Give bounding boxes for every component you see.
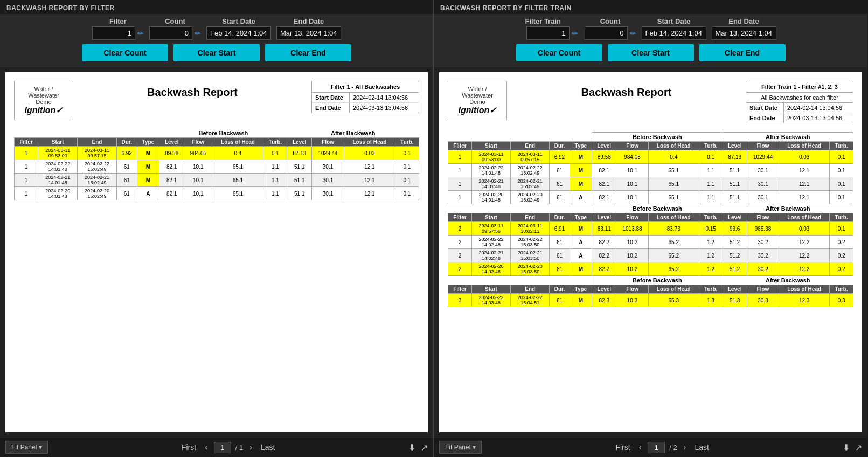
- left-first-button[interactable]: First: [179, 442, 198, 453]
- left-th-b-turb: Turb.: [263, 138, 287, 147]
- left-prev-button[interactable]: ‹: [203, 442, 210, 453]
- cell-a-flow: 30.1: [747, 177, 779, 191]
- cell-type: M: [570, 164, 592, 177]
- cell-b-loh: 0.4: [648, 150, 699, 164]
- left-filter-edit-icon[interactable]: ✏: [137, 29, 144, 38]
- cell-b-flow: 10.3: [616, 294, 648, 307]
- left-info-title: Filter 1 - All Backwashes: [312, 81, 419, 93]
- cell-a-turb: 0.2: [830, 236, 853, 249]
- left-clear-count-button[interactable]: Clear Count: [82, 44, 168, 61]
- left-last-button[interactable]: Last: [259, 442, 277, 453]
- cell-filter: 2: [448, 236, 472, 249]
- cell-a-flow: 985.38: [747, 222, 779, 236]
- right-external-icon[interactable]: ↗: [855, 442, 862, 453]
- right-first-button[interactable]: First: [613, 442, 632, 453]
- left-clear-end-button[interactable]: Clear End: [265, 44, 351, 61]
- left-page-input[interactable]: [214, 442, 231, 453]
- cell-b-flow: 984.05: [184, 147, 212, 160]
- cell-a-turb: 0.2: [830, 262, 853, 276]
- right-end-group: End Date: [712, 17, 776, 40]
- right-clear-start-button[interactable]: Clear Start: [608, 44, 694, 61]
- left-info-end-val: 2024-03-13 13:04:56: [350, 103, 411, 113]
- cell-b-flow: 10.2: [616, 236, 648, 249]
- cell-a-level: 51.1: [723, 191, 747, 204]
- right-panel: BACKWASH REPORT BY FILTER TRAIN Filter T…: [434, 0, 867, 457]
- cell-a-loh: 12.2: [779, 249, 830, 262]
- group-separator: Before Backwash After Backwash: [448, 276, 853, 285]
- left-logo-line1: Water / Wastewater: [20, 86, 67, 99]
- left-th-empty: [15, 129, 159, 138]
- right-end-label: End Date: [728, 17, 759, 25]
- th-b-level: Level: [592, 285, 616, 294]
- left-clear-start-button[interactable]: Clear Start: [173, 44, 260, 61]
- left-data-table: Before Backwash After Backwash Filter St…: [14, 129, 419, 200]
- left-count-group: Count ✏: [149, 17, 201, 40]
- cell-dur: 6.92: [550, 150, 570, 164]
- right-prev-button[interactable]: ‹: [637, 442, 644, 453]
- left-count-input[interactable]: [149, 26, 192, 40]
- cell-b-turb: 1.1: [699, 164, 723, 177]
- cell-b-turb: 1.1: [699, 191, 723, 204]
- right-fit-panel-button[interactable]: Fit Panel ▾: [439, 441, 482, 454]
- right-th-dur: Dur.: [550, 142, 570, 150]
- right-filter-edit-icon[interactable]: ✏: [572, 29, 578, 38]
- cell-b-flow: 10.1: [184, 174, 212, 187]
- right-download-icon[interactable]: ⬇: [843, 442, 850, 453]
- left-fit-panel-button[interactable]: Fit Panel ▾: [5, 441, 48, 454]
- cell-a-loh: 12.2: [779, 236, 830, 249]
- right-start-input-row: [642, 26, 706, 40]
- cell-type: M: [570, 177, 592, 191]
- left-download-icon[interactable]: ⬇: [408, 442, 415, 453]
- cell-a-turb: 0.3: [830, 294, 853, 307]
- left-th-b-level: Level: [159, 138, 184, 147]
- left-after-header: After Backwash: [287, 129, 419, 138]
- right-report-info: Filter Train 1 - Filter #1, 2, 3 All Bac…: [746, 81, 853, 123]
- right-end-input[interactable]: [712, 26, 776, 40]
- cell-a-level: 51.1: [287, 187, 312, 200]
- right-last-button[interactable]: Last: [692, 442, 711, 453]
- cell-b-level: 82.1: [159, 174, 184, 187]
- right-info-start-val: 2024-02-14 13:04:56: [784, 103, 845, 113]
- cell-end: 2024-03-11 10:02:11: [511, 222, 550, 236]
- right-filter-input[interactable]: [526, 26, 570, 40]
- right-count-edit-icon[interactable]: ✏: [630, 29, 636, 38]
- right-page-nav: First ‹ / 2 › Last: [613, 442, 711, 453]
- left-end-input[interactable]: [276, 26, 341, 40]
- left-next-button[interactable]: ›: [247, 442, 254, 453]
- cell-type: M: [570, 262, 592, 276]
- left-filter-label: Filter: [109, 17, 127, 25]
- cell-start: 2024-02-20 14:01:48: [38, 187, 78, 200]
- right-info-title: Filter Train 1 - Filter #1, 2, 3: [746, 81, 853, 93]
- th-a-loh: Loss of Head: [779, 213, 830, 222]
- right-count-input[interactable]: [585, 26, 628, 40]
- table-row: 1 2024-03-11 09:53:00 2024-03-11 09:57:1…: [448, 150, 853, 164]
- left-filter-input[interactable]: [92, 26, 135, 40]
- cell-type: A: [570, 249, 592, 262]
- table-row: 2 2024-02-20 14:02:48 2024-02-20 15:03:5…: [448, 262, 853, 276]
- left-external-icon[interactable]: ↗: [421, 442, 428, 453]
- cell-filter: 1: [15, 147, 38, 160]
- right-next-button[interactable]: ›: [682, 442, 689, 453]
- th-dur: Dur.: [550, 213, 570, 222]
- cell-b-flow: 10.1: [184, 160, 212, 174]
- cell-a-turb: 0.1: [830, 177, 853, 191]
- right-clear-end-button[interactable]: Clear End: [699, 44, 786, 61]
- left-count-edit-icon[interactable]: ✏: [195, 29, 201, 38]
- cell-start: 2024-03-11 09:53:00: [471, 150, 510, 164]
- cell-dur: 61: [550, 191, 570, 204]
- right-page-input[interactable]: [648, 442, 665, 453]
- right-filter-input-row: ✏: [526, 26, 578, 40]
- right-footer-icons: ⬇ ↗: [843, 442, 862, 453]
- left-th-a-flow: Flow: [312, 138, 344, 147]
- right-th-end: End: [511, 142, 550, 150]
- left-th-a-level: Level: [287, 138, 312, 147]
- cell-end: 2024-03-11 09:57:15: [78, 147, 117, 160]
- right-clear-count-button[interactable]: Clear Count: [516, 44, 602, 61]
- left-start-input[interactable]: [206, 26, 271, 40]
- right-start-input[interactable]: [642, 26, 706, 40]
- right-end-input-row: [712, 26, 776, 40]
- cell-dur: 61: [550, 249, 570, 262]
- cell-type: M: [570, 222, 592, 236]
- cell-type: M: [570, 150, 592, 164]
- cell-a-flow: 30.1: [747, 164, 779, 177]
